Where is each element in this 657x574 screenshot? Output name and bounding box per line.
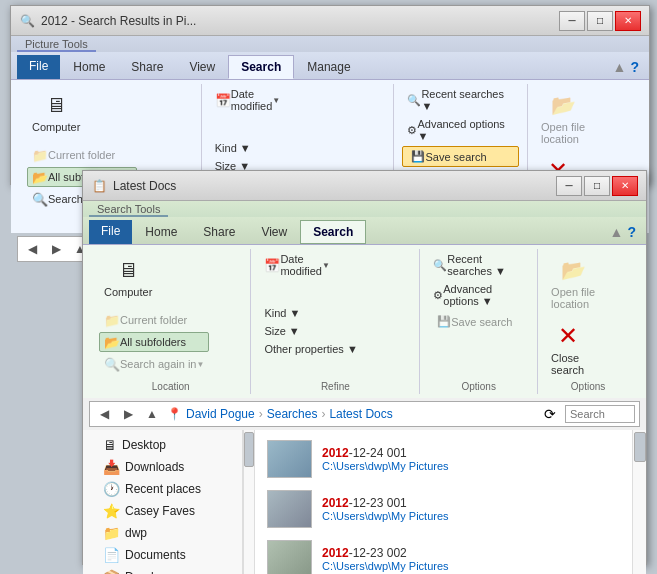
tab-file-1[interactable]: File xyxy=(17,55,60,79)
titlebar-2: 📋 Latest Docs ─ □ ✕ xyxy=(83,171,646,201)
search-again-icon-2: 🔍 xyxy=(104,356,120,372)
close-search-btn-2[interactable]: ✕ Closesearch xyxy=(546,317,589,379)
advanced-options-btn-2[interactable]: ⚙ Advanced options ▼ xyxy=(428,281,529,309)
kind-btn-2[interactable]: Kind ▼ xyxy=(259,305,362,321)
tab-share-1[interactable]: Share xyxy=(118,55,176,79)
minimize-button-1[interactable]: ─ xyxy=(559,11,585,31)
other-props-btn-2[interactable]: Other properties ▼ xyxy=(259,341,362,357)
back-btn-1[interactable]: ◀ xyxy=(22,239,42,259)
refresh-btn-2[interactable]: ⟳ xyxy=(539,404,561,424)
tab-share-2[interactable]: Share xyxy=(190,220,248,244)
tab-view-2[interactable]: View xyxy=(248,220,300,244)
file-item-1[interactable]: 2012-12-24 001 C:\Users\dwp\My Pictures xyxy=(259,434,628,484)
location-icon-2: 📍 xyxy=(166,406,182,422)
current-folder-btn-2[interactable]: 📁 Current folder xyxy=(99,310,209,330)
kind-btn-1[interactable]: Kind ▼ xyxy=(210,140,313,156)
current-folder-btn-1[interactable]: 📁 Current folder xyxy=(27,145,137,165)
titlebar-buttons-1: ─ □ ✕ xyxy=(559,11,641,31)
help-button-2[interactable]: ? xyxy=(627,224,636,240)
save-icon-1: 💾 xyxy=(411,150,425,163)
options-col-1: 🔍 Recent searches ▼ ⚙ Advanced options ▼… xyxy=(402,86,519,167)
recent-searches-btn-1[interactable]: 🔍 Recent searches ▼ xyxy=(402,86,519,114)
help-button-1[interactable]: ? xyxy=(630,59,639,75)
minimize-button-2[interactable]: ─ xyxy=(556,176,582,196)
file-item-3[interactable]: 2012-12-23 002 C:\Users\dwp\My Pictures xyxy=(259,534,628,574)
file-options-label-2: Options xyxy=(571,381,605,392)
computer-btn-1[interactable]: 🖥 Computer xyxy=(27,86,85,136)
tab-home-1[interactable]: Home xyxy=(60,55,118,79)
tab-file-2[interactable]: File xyxy=(89,220,132,244)
close-button-2[interactable]: ✕ xyxy=(612,176,638,196)
sidebar-item-dwp[interactable]: 📁 dwp xyxy=(83,522,242,544)
date-modified-btn-2[interactable]: 📅 Datemodified ▼ xyxy=(259,251,335,279)
maximize-button-1[interactable]: □ xyxy=(587,11,613,31)
search-again-icon-1: 🔍 xyxy=(32,191,48,207)
window-icon-2: 📋 xyxy=(91,178,107,194)
sidebar-item-desktop[interactable]: 🖥 Desktop xyxy=(83,434,242,456)
tab-view-1[interactable]: View xyxy=(176,55,228,79)
up-btn-2[interactable]: ▲ xyxy=(142,404,162,424)
sidebar-item-downloads[interactable]: 📥 Downloads xyxy=(83,456,242,478)
ribbon-group-options-2: 🔍 Recent searches ▼ ⚙ Advanced options ▼… xyxy=(420,249,538,394)
file-name-2: 2012-12-23 001 xyxy=(322,496,620,510)
file-name-1: 2012-12-24 001 xyxy=(322,446,620,460)
dropdown-arrow-date-1: ▼ xyxy=(272,96,280,105)
tab-home-2[interactable]: Home xyxy=(132,220,190,244)
window-title-1: 2012 - Search Results in Pi... xyxy=(41,14,559,28)
file-scrollbar-thumb[interactable] xyxy=(634,432,646,462)
save-search-btn-1[interactable]: 💾 Save search xyxy=(402,146,519,167)
maximize-button-2[interactable]: □ xyxy=(584,176,610,196)
path-crumb-searches[interactable]: Searches xyxy=(267,407,318,421)
file-item-2[interactable]: 2012-12-23 001 C:\Users\dwp\My Pictures xyxy=(259,484,628,534)
casey-icon: ⭐ xyxy=(103,503,120,519)
calendar-icon-1: 📅 xyxy=(215,92,231,108)
ribbon-collapse-2[interactable]: ▲ xyxy=(610,224,624,240)
file-path-3: C:\Users\dwp\My Pictures xyxy=(322,560,620,572)
file-thumb-2 xyxy=(267,490,312,528)
file-list-scrollbar[interactable] xyxy=(632,430,646,574)
sidebar-scrollbar-thumb[interactable] xyxy=(244,432,254,467)
downloads-icon: 📥 xyxy=(103,459,120,475)
sidebar-item-recent[interactable]: 🕐 Recent places xyxy=(83,478,242,500)
path-crumb-latest[interactable]: Latest Docs xyxy=(329,407,392,421)
path-crumb-david[interactable]: David Pogue xyxy=(186,407,255,421)
save-icon-2: 💾 xyxy=(437,315,451,328)
forward-btn-2[interactable]: ▶ xyxy=(118,404,138,424)
sidebar-item-dropbox[interactable]: 📦 Dropbox xyxy=(83,566,242,574)
sidebar-item-documents[interactable]: 📄 Documents xyxy=(83,544,242,566)
options-content-2: 🔍 Recent searches ▼ ⚙ Advanced options ▼… xyxy=(428,251,529,379)
back-btn-2[interactable]: ◀ xyxy=(94,404,114,424)
filename-highlight-1: 2012 xyxy=(322,446,349,460)
location-col-2: 📁 Current folder 📂 All subfolders 🔍 Sear… xyxy=(99,310,209,374)
tab-search-2[interactable]: Search xyxy=(300,220,366,244)
search-input-2[interactable] xyxy=(565,405,635,423)
ribbon-collapse-1[interactable]: ▲ xyxy=(613,59,627,75)
close-search-icon-2: ✕ xyxy=(552,320,584,352)
open-file-icon-1: 📂 xyxy=(547,89,579,121)
filename-highlight-2: 2012 xyxy=(322,496,349,510)
date-modified-btn-1[interactable]: 📅 Datemodified ▼ xyxy=(210,86,286,114)
all-subfolders-btn-2[interactable]: 📂 All subfolders xyxy=(99,332,209,352)
filename-highlight-3: 2012 xyxy=(322,546,349,560)
save-search-btn-2[interactable]: 💾 Save search xyxy=(428,311,529,332)
forward-btn-1[interactable]: ▶ xyxy=(46,239,66,259)
refine-label-2: Refine xyxy=(321,381,350,392)
search-again-btn-2[interactable]: 🔍 Search again in ▼ xyxy=(99,354,209,374)
computer-icon-2: 🖥 xyxy=(112,254,144,286)
open-file-location-btn-1[interactable]: 📂 Open filelocation xyxy=(536,86,590,148)
computer-btn-2[interactable]: 🖥 Computer xyxy=(99,251,157,301)
dropdown-arrow-2: ▼ xyxy=(196,360,204,369)
advanced-options-btn-1[interactable]: ⚙ Advanced options ▼ xyxy=(402,116,519,144)
file-info-2: 2012-12-23 001 C:\Users\dwp\My Pictures xyxy=(322,496,620,522)
recent-searches-btn-2[interactable]: 🔍 Recent searches ▼ xyxy=(428,251,529,279)
tab-search-1[interactable]: Search xyxy=(228,55,294,79)
folder-icon-1: 📁 xyxy=(32,147,48,163)
close-button-1[interactable]: ✕ xyxy=(615,11,641,31)
open-file-location-btn-2[interactable]: 📂 Open filelocation xyxy=(546,251,600,313)
tab-manage-1[interactable]: Manage xyxy=(294,55,363,79)
sidebar-item-casey[interactable]: ⭐ Casey Faves xyxy=(83,500,242,522)
ribbon-tabs-1: File Home Share View Search Manage ▲ ? xyxy=(11,52,649,79)
subfolders-icon-2: 📂 xyxy=(104,334,120,350)
sidebar-scrollbar[interactable] xyxy=(243,430,255,574)
size-btn-2[interactable]: Size ▼ xyxy=(259,323,362,339)
